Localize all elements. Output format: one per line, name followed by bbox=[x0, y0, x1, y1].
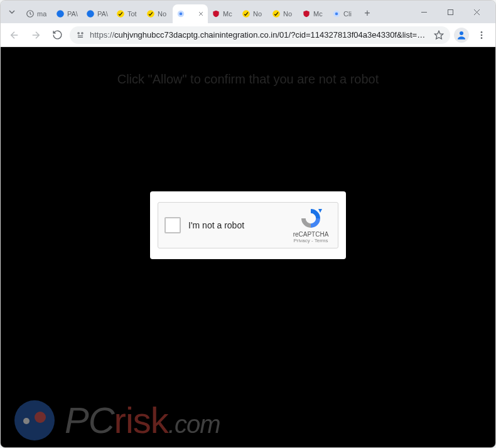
tab-5-active[interactable] bbox=[173, 4, 208, 23]
svg-marker-14 bbox=[434, 31, 443, 39]
recaptcha-widget: I'm not a robot reCAPTCHA Privacy - Term… bbox=[158, 202, 338, 248]
recent-icon bbox=[26, 9, 35, 18]
recaptcha-card: I'm not a robot reCAPTCHA Privacy - Term… bbox=[150, 191, 346, 259]
tab-6[interactable]: Mc bbox=[208, 4, 238, 23]
url-protocol: https:// bbox=[90, 30, 114, 40]
mcafee-icon bbox=[302, 9, 311, 18]
norton-blue-icon bbox=[86, 9, 95, 18]
svg-point-12 bbox=[78, 32, 79, 33]
tab-4[interactable]: No bbox=[143, 4, 173, 23]
tab-label: Cli bbox=[343, 10, 352, 18]
toolbar: https://cuhjvnghubcc73dacptg.chainintegr… bbox=[1, 23, 495, 47]
recaptcha-brand: reCAPTCHA Privacy - Terms bbox=[290, 207, 332, 243]
tab-label: Tot bbox=[127, 10, 137, 18]
window-minimize-button[interactable] bbox=[411, 3, 436, 21]
window-maximize-button[interactable] bbox=[438, 3, 463, 21]
watermark-pc: PC bbox=[65, 400, 114, 440]
allow-prompt-text: Click "Allow" to confirm that you are no… bbox=[1, 72, 495, 87]
menu-button[interactable] bbox=[473, 26, 490, 44]
norton-yellow-icon bbox=[146, 9, 155, 18]
svg-point-7 bbox=[242, 10, 250, 18]
svg-point-3 bbox=[117, 10, 124, 18]
svg-point-1 bbox=[57, 10, 64, 18]
tab-label: Mc bbox=[313, 10, 323, 18]
recaptcha-logo-icon bbox=[299, 207, 322, 230]
svg-point-16 bbox=[481, 31, 483, 33]
titlebar: ma PA\ PA\ Tot No Mc bbox=[1, 1, 495, 23]
profile-button[interactable] bbox=[454, 28, 469, 43]
svg-point-8 bbox=[272, 10, 280, 18]
tab-label: PA\ bbox=[67, 10, 78, 18]
tab-10[interactable]: Cli bbox=[328, 4, 359, 23]
svg-point-4 bbox=[147, 10, 154, 18]
svg-point-2 bbox=[87, 10, 94, 18]
svg-rect-11 bbox=[448, 9, 453, 14]
recaptcha-label: I'm not a robot bbox=[188, 220, 283, 230]
watermark-dom: .com bbox=[168, 410, 220, 438]
svg-point-17 bbox=[481, 34, 483, 36]
recaptcha-brand-name: reCAPTCHA bbox=[290, 231, 332, 238]
watermark-risk: risk bbox=[114, 400, 168, 440]
svg-point-6 bbox=[180, 13, 183, 16]
window-controls bbox=[411, 1, 492, 23]
tab-1[interactable]: PA\ bbox=[52, 4, 82, 23]
bookmark-icon[interactable] bbox=[434, 30, 444, 40]
norton-blue-icon bbox=[56, 9, 65, 18]
url-rest: cuhjvnghubcc73dacptg.chainintegration.co… bbox=[114, 30, 429, 40]
tab-label: No bbox=[158, 10, 166, 18]
window-close-button[interactable] bbox=[464, 3, 489, 21]
norton-yellow-icon bbox=[242, 9, 251, 18]
tab-9[interactable]: Mc bbox=[298, 4, 328, 23]
tab-label: Mc bbox=[223, 10, 232, 18]
svg-point-13 bbox=[82, 32, 83, 33]
tab-label: PA\ bbox=[97, 10, 108, 18]
norton-yellow-icon bbox=[116, 9, 125, 18]
mcafee-icon bbox=[212, 9, 220, 18]
norton-yellow-icon bbox=[272, 9, 281, 18]
close-tab-icon[interactable] bbox=[198, 11, 204, 17]
reload-button[interactable] bbox=[48, 26, 66, 44]
tab-label: No bbox=[283, 10, 292, 18]
svg-marker-19 bbox=[318, 209, 322, 213]
address-bar[interactable]: https://cuhjvnghubcc73dacptg.chainintegr… bbox=[70, 26, 450, 44]
svg-point-10 bbox=[335, 13, 338, 16]
recaptcha-checkbox[interactable] bbox=[164, 217, 181, 233]
back-button[interactable] bbox=[6, 26, 23, 44]
forward-button[interactable] bbox=[27, 26, 45, 44]
page-icon bbox=[332, 9, 341, 18]
pcrisk-watermark: PCrisk.com bbox=[14, 399, 220, 441]
tab-2[interactable]: PA\ bbox=[82, 4, 112, 23]
svg-point-15 bbox=[460, 31, 463, 35]
site-info-icon[interactable] bbox=[76, 31, 85, 40]
plus-icon: + bbox=[364, 8, 370, 19]
tab-label: ma bbox=[37, 10, 46, 18]
recaptcha-brand-links: Privacy - Terms bbox=[290, 238, 332, 243]
svg-point-18 bbox=[481, 37, 483, 39]
tab-0[interactable]: ma bbox=[22, 4, 52, 23]
new-tab-button[interactable]: + bbox=[359, 4, 376, 22]
tab-label: No bbox=[253, 10, 262, 18]
watermark-text: PCrisk.com bbox=[65, 399, 220, 441]
url-text: https://cuhjvnghubcc73dacptg.chainintegr… bbox=[90, 30, 429, 40]
watermark-logo-icon bbox=[14, 400, 55, 440]
tab-7[interactable]: No bbox=[238, 4, 268, 23]
tab-8[interactable]: No bbox=[268, 4, 298, 23]
tab-search-button[interactable] bbox=[4, 4, 19, 19]
page-content: Click "Allow" to confirm that you are no… bbox=[1, 47, 495, 448]
tab-3[interactable]: Tot bbox=[112, 4, 143, 23]
page-icon bbox=[176, 9, 185, 18]
